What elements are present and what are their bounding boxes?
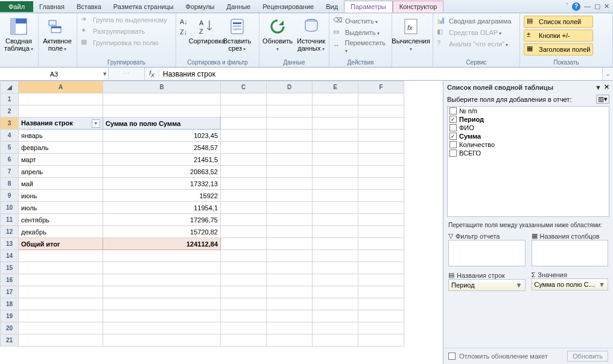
olap-button[interactable]: ◧Средства OLAP xyxy=(436,27,512,38)
cell-D15[interactable] xyxy=(267,262,313,274)
cell-E6[interactable] xyxy=(313,154,358,166)
cell-B6[interactable]: 21451,5 xyxy=(103,154,221,166)
cell-B13[interactable]: 124112,84 xyxy=(103,238,221,250)
cell-C4[interactable] xyxy=(221,130,267,142)
cell-F9[interactable] xyxy=(358,190,404,202)
field-checkbox[interactable] xyxy=(449,149,457,157)
row-filter-button[interactable]: ▾ xyxy=(92,119,100,128)
cell-F5[interactable] xyxy=(358,142,404,154)
field-item[interactable]: ВСЕГО xyxy=(448,149,609,157)
cell-D12[interactable] xyxy=(267,226,313,238)
field-checkbox[interactable] xyxy=(449,116,457,123)
field-list-toggle[interactable]: ▤Список полей xyxy=(524,16,593,28)
cell-A20[interactable] xyxy=(19,322,103,334)
cell-B14[interactable] xyxy=(103,250,221,262)
chevron-down-icon[interactable]: ▼ xyxy=(516,281,522,289)
cell-A3[interactable]: Названия строк▾ xyxy=(19,118,103,130)
cell-A2[interactable] xyxy=(19,105,103,118)
headers-toggle[interactable]: ▦Заголовки полей xyxy=(524,43,593,55)
tab-design[interactable]: Конструктор xyxy=(393,1,444,13)
cell-B19[interactable] xyxy=(103,310,221,322)
cell-D13[interactable] xyxy=(267,238,313,250)
cell-F16[interactable] xyxy=(358,274,404,286)
field-item[interactable]: ФИО xyxy=(448,124,609,132)
cell-D3[interactable] xyxy=(267,118,313,130)
cell-C7[interactable] xyxy=(221,166,267,178)
row-header-3[interactable]: 3 xyxy=(1,118,19,130)
window-minimize-icon[interactable]: — xyxy=(584,2,591,11)
field-checkbox[interactable] xyxy=(449,141,457,148)
cell-F20[interactable] xyxy=(358,322,404,334)
cell-E13[interactable] xyxy=(313,238,358,250)
row-header-6[interactable]: 6 xyxy=(1,154,19,166)
layout-options-icon[interactable]: ▥▾ xyxy=(596,95,609,104)
cell-D6[interactable] xyxy=(267,154,313,166)
cell-C11[interactable] xyxy=(221,214,267,226)
move-button[interactable]: ↔Переместить xyxy=(332,39,389,54)
cell-A14[interactable] xyxy=(19,250,103,262)
select-button[interactable]: ▭Выделить xyxy=(332,27,389,38)
tab-review[interactable]: Рецензирование xyxy=(256,1,320,12)
cell-C18[interactable] xyxy=(221,298,267,310)
whatif-button[interactable]: ?Анализ "что если" xyxy=(436,39,512,49)
cell-F17[interactable] xyxy=(358,286,404,298)
row-header-17[interactable]: 17 xyxy=(1,286,19,298)
cell-F8[interactable] xyxy=(358,178,404,190)
field-list[interactable]: № п/п Период ФИО Сумма Количество ВСЕГО xyxy=(447,106,609,217)
help-icon[interactable]: ? xyxy=(572,2,580,11)
cell-A19[interactable] xyxy=(19,310,103,322)
cell-E19[interactable] xyxy=(313,310,358,322)
cell-C15[interactable] xyxy=(221,262,267,274)
tab-formulas[interactable]: Формулы xyxy=(180,1,221,12)
cell-D17[interactable] xyxy=(267,286,313,298)
cell-F6[interactable] xyxy=(358,154,404,166)
cell-C14[interactable] xyxy=(221,250,267,262)
cell-E2[interactable] xyxy=(313,105,358,118)
cell-E4[interactable] xyxy=(313,130,358,142)
area-rows[interactable]: Период▼ xyxy=(448,279,526,291)
window-restore-icon[interactable]: ▢ xyxy=(594,2,600,11)
cell-D19[interactable] xyxy=(267,310,313,322)
row-header-8[interactable]: 8 xyxy=(1,178,19,190)
cell-D21[interactable] xyxy=(267,334,313,347)
row-header-16[interactable]: 16 xyxy=(1,274,19,286)
cell-A18[interactable] xyxy=(19,298,103,310)
minimize-ribbon-icon[interactable]: ˇ xyxy=(566,2,568,11)
group-field-button[interactable]: ▦Группировка по полю xyxy=(80,37,168,48)
cell-B12[interactable]: 15720,82 xyxy=(103,226,221,238)
area-columns[interactable] xyxy=(532,240,609,266)
insert-slicer-button[interactable]: Вставить срез xyxy=(223,14,251,54)
cell-A9[interactable]: июнь xyxy=(19,190,103,202)
cell-B16[interactable] xyxy=(103,274,221,286)
refresh-button[interactable]: Обновить xyxy=(262,14,293,54)
cell-F3[interactable] xyxy=(358,118,404,130)
expand-formula-bar[interactable]: ⌄ xyxy=(602,67,613,80)
cell-F19[interactable] xyxy=(358,310,404,322)
cell-B17[interactable] xyxy=(103,286,221,298)
cell-B1[interactable] xyxy=(103,93,221,105)
panel-close-icon[interactable]: ✕ xyxy=(604,83,609,91)
cell-F10[interactable] xyxy=(358,202,404,214)
cell-B7[interactable]: 20863,52 xyxy=(103,166,221,178)
cell-C19[interactable] xyxy=(221,310,267,322)
cell-A17[interactable] xyxy=(19,286,103,298)
row-header-4[interactable]: 4 xyxy=(1,130,19,142)
cell-B3[interactable]: Сумма по полю Сумма xyxy=(103,118,221,130)
cell-D7[interactable] xyxy=(267,166,313,178)
cell-D8[interactable] xyxy=(267,178,313,190)
cell-F18[interactable] xyxy=(358,298,404,310)
cell-F2[interactable] xyxy=(358,105,404,118)
row-header-1[interactable]: 1 xyxy=(1,93,19,105)
select-all-cell[interactable]: ◢ xyxy=(1,81,19,93)
field-checkbox[interactable] xyxy=(449,133,457,140)
col-header-F[interactable]: F xyxy=(358,81,404,93)
cell-A11[interactable]: сентябрь xyxy=(19,214,103,226)
cell-D18[interactable] xyxy=(267,298,313,310)
pivot-chart-button[interactable]: 📊Сводная диаграмма xyxy=(436,16,512,27)
cell-C9[interactable] xyxy=(221,190,267,202)
row-header-13[interactable]: 13 xyxy=(1,238,19,250)
col-header-C[interactable]: C xyxy=(221,81,267,93)
cell-B18[interactable] xyxy=(103,298,221,310)
cell-B9[interactable]: 15922 xyxy=(103,190,221,202)
row-header-12[interactable]: 12 xyxy=(1,226,19,238)
